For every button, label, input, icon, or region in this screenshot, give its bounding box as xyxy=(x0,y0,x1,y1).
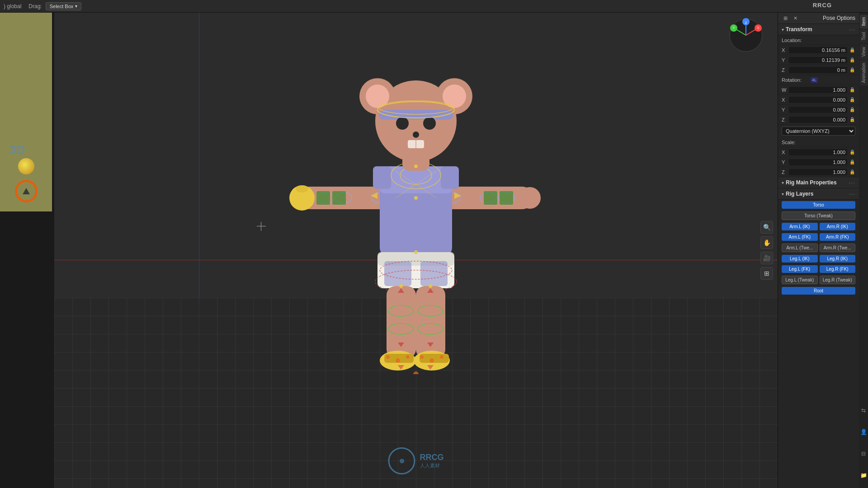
rig-layers-header[interactable]: ▾ Rig Layers ··· xyxy=(778,188,859,200)
rotation-badge: 4L xyxy=(811,77,818,83)
rig-btn-torso-tweak[interactable]: Torso (Tweak) xyxy=(782,211,855,220)
svg-point-54 xyxy=(440,355,443,359)
scale-label-row: Scale: xyxy=(778,137,859,147)
rig-btn-arm-l-ik[interactable]: Arm.L (IK) xyxy=(782,223,818,230)
loc-z-value[interactable]: 0 m xyxy=(789,67,847,73)
rot-w-lock[interactable]: 🔒 xyxy=(849,87,855,93)
rot-y-lock[interactable]: 🔒 xyxy=(849,107,855,113)
rig-torso-tweak-row: Torso (Tweak) xyxy=(778,210,859,221)
scale-z-row: Z 1.000 🔒 xyxy=(778,167,859,177)
select-box-button[interactable]: Select Box xyxy=(46,2,82,10)
scale-z-value[interactable]: 1.000 xyxy=(789,169,847,175)
rig-btn-arm-r-tweak[interactable]: Arm.R (Twe... xyxy=(820,244,856,252)
tab-animation[interactable]: Animation xyxy=(860,60,868,85)
svg-point-78 xyxy=(414,164,418,168)
rotation-x-row: X 0.000 🔒 xyxy=(778,95,859,105)
watermark-text-group: RRCG 人人素材 xyxy=(420,453,444,469)
rot-z-lock[interactable]: 🔒 xyxy=(849,117,855,123)
svg-point-82 xyxy=(414,196,418,200)
vp-tool-hand[interactable]: ✋ xyxy=(760,236,773,249)
pose-options-title: Pose Options xyxy=(823,15,855,21)
rotation-z-row: Z 0.000 🔒 xyxy=(778,115,859,125)
quaternion-select[interactable]: Quaternion (WXYZ) xyxy=(782,127,855,136)
rig-layers-chevron: ▾ xyxy=(782,192,784,197)
svg-text:Y: Y xyxy=(732,26,735,30)
loc-y-value[interactable]: 0.12139 m xyxy=(789,57,847,63)
transform-chevron: ▾ xyxy=(782,27,784,32)
header-left-icons: ⊞ ✕ xyxy=(782,14,799,22)
rot-z-axis: Z xyxy=(782,117,789,122)
svg-text:Z: Z xyxy=(745,21,747,25)
watermark-logo-text: ⊛ xyxy=(399,457,405,465)
vp-tool-camera[interactable]: 🎥 xyxy=(760,252,773,264)
strip-icon-arrows[interactable]: ⇆ xyxy=(860,407,867,414)
rot-x-axis: X xyxy=(782,97,789,103)
tab-item[interactable]: Item xyxy=(860,14,868,28)
rig-btn-leg-r-tweak[interactable]: Leg.R (Tweak) xyxy=(820,276,856,284)
rig-btn-torso[interactable]: Torso xyxy=(782,201,855,209)
header-close-icon[interactable]: ✕ xyxy=(792,14,799,22)
tab-view[interactable]: View xyxy=(860,44,868,60)
scale-z-lock[interactable]: 🔒 xyxy=(849,169,855,175)
rig-btn-arm-r-ik[interactable]: Arm.R (IK) xyxy=(820,223,856,230)
loc-x-lock[interactable]: 🔒 xyxy=(849,47,855,53)
viewport-tools: 🔍 ✋ 🎥 ⊞ xyxy=(760,221,773,280)
header-grid-icon[interactable]: ⊞ xyxy=(782,14,789,22)
axis-gizmo[interactable]: Z X Y xyxy=(728,17,764,55)
strip-icon-folder[interactable]: 📁 xyxy=(860,472,867,479)
svg-rect-8 xyxy=(332,191,346,205)
svg-point-17 xyxy=(296,185,308,192)
rig-btn-leg-l-tweak[interactable]: Leg.L (Tweak) xyxy=(782,276,818,284)
svg-point-80 xyxy=(399,284,403,288)
scale-x-value[interactable]: 1.000 xyxy=(789,149,847,155)
preview-3d-label: 3D xyxy=(9,143,25,157)
watermark-logo-circle: ⊛ xyxy=(388,447,415,474)
svg-point-53 xyxy=(420,355,424,359)
preview-icon-ring xyxy=(15,180,38,202)
transform-section-header[interactable]: ▾ Transform ··· xyxy=(778,24,859,35)
rot-w-value[interactable]: 1.000 xyxy=(789,87,847,93)
rot-z-value[interactable]: 0.000 xyxy=(789,117,847,123)
loc-z-lock[interactable]: 🔒 xyxy=(849,67,855,73)
rig-btn-arm-l-fk[interactable]: Arm.L (FK) xyxy=(782,233,818,241)
rig-btn-leg-l-fk[interactable]: Leg.L (FK) xyxy=(782,265,818,273)
svg-point-63 xyxy=(396,117,409,130)
rot-y-value[interactable]: 0.000 xyxy=(789,107,847,113)
preview-icon-sphere xyxy=(18,158,34,174)
topbar: ) global Drag: Select Box RRCG xyxy=(0,0,868,13)
loc-y-lock[interactable]: 🔒 xyxy=(849,57,855,63)
scale-y-lock[interactable]: 🔒 xyxy=(849,159,855,165)
rig-leg-ik-row: Leg.L (IK) Leg.R (IK) xyxy=(778,253,859,264)
watermark: ⊛ RRCG 人人素材 xyxy=(388,447,444,474)
scale-label: Scale: xyxy=(782,140,809,145)
rig-btn-leg-r-fk[interactable]: Leg.R (FK) xyxy=(820,265,856,273)
viewport[interactable]: Z X Y 🔍 ✋ 🎥 ⊞ ⊛ RRCG 人人素材 xyxy=(54,13,778,488)
far-right-strip: ⇆ 👤 ⊟ 📁 xyxy=(859,398,868,488)
rot-x-value[interactable]: 0.000 xyxy=(789,97,847,103)
scale-x-row: X 1.000 🔒 xyxy=(778,147,859,157)
rig-btn-arm-r-fk[interactable]: Arm.R (FK) xyxy=(820,233,856,241)
tab-tool[interactable]: Tool xyxy=(860,29,868,43)
watermark-rrcg: RRCG xyxy=(420,453,444,462)
rig-arm-fk-row: Arm.L (FK) Arm.R (FK) xyxy=(778,232,859,242)
svg-rect-32 xyxy=(420,261,448,286)
transform-title: Transform xyxy=(786,26,812,33)
scale-y-value[interactable]: 1.000 xyxy=(789,159,847,165)
svg-rect-36 xyxy=(416,286,445,358)
strip-icon-sliders[interactable]: ⊟ xyxy=(860,450,867,457)
vp-tool-grid[interactable]: ⊞ xyxy=(760,267,773,280)
rig-btn-leg-l-ik[interactable]: Leg.L (IK) xyxy=(782,255,818,263)
strip-icon-person[interactable]: 👤 xyxy=(860,428,867,436)
rig-btn-arm-l-tweak[interactable]: Arm.L (Twe... xyxy=(782,244,818,252)
svg-rect-35 xyxy=(387,286,416,358)
scale-x-lock[interactable]: 🔒 xyxy=(849,149,855,155)
location-x-row: X 0.16156 m 🔒 xyxy=(778,45,859,55)
vp-tool-magnify[interactable]: 🔍 xyxy=(760,221,773,234)
loc-x-value[interactable]: 0.16156 m xyxy=(789,47,847,53)
rig-btn-root[interactable]: Root xyxy=(782,287,855,295)
rot-w-axis: W xyxy=(782,87,789,93)
rig-main-title: Rig Main Properties xyxy=(786,179,837,186)
rot-x-lock[interactable]: 🔒 xyxy=(849,97,855,103)
rig-main-props-header[interactable]: ▾ Rig Main Properties ··· xyxy=(778,177,859,188)
rig-btn-leg-r-ik[interactable]: Leg.R (IK) xyxy=(820,255,856,263)
